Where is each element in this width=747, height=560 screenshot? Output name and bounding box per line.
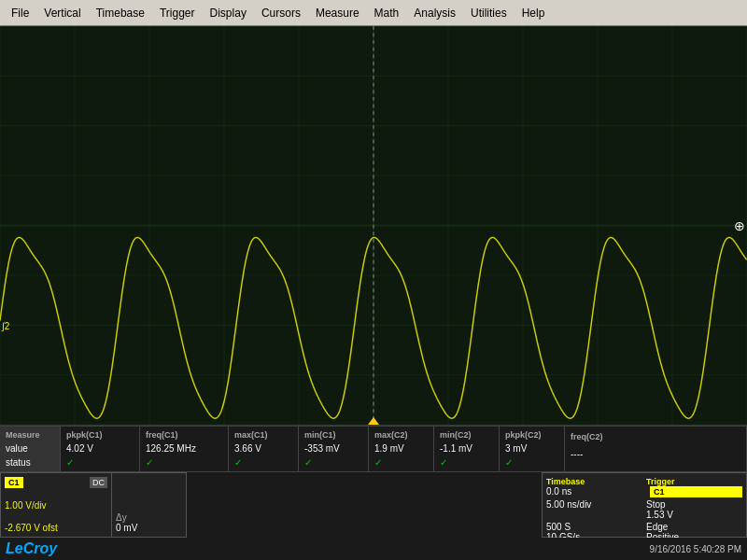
menu-help[interactable]: Help — [514, 5, 553, 21]
trigger-level: 1.53 V — [646, 510, 742, 520]
measure-p5[interactable]: max(C2) 1.9 mV ✓ — [369, 427, 434, 471]
p1-name: pkpk(C1) — [66, 430, 134, 440]
trigger-channel-badge: C1 — [650, 486, 742, 497]
p6-check: ✓ — [440, 457, 493, 468]
p2-value: 126.25 MHz — [146, 443, 222, 454]
p4-check: ✓ — [304, 457, 362, 468]
trigger-title: Trigger — [646, 477, 742, 486]
spacer — [187, 472, 542, 538]
p4-value: -353 mV — [304, 443, 362, 454]
p4-name: min(C1) — [304, 430, 362, 440]
p2-name: freq(C1) — [146, 430, 222, 440]
channel-info-panel[interactable]: C1 DC 1.00 V/div -2.670 V ofst — [0, 472, 112, 538]
p8-value: ---- — [571, 449, 740, 459]
measure-p2[interactable]: freq(C1) 126.25 MHz ✓ — [140, 427, 229, 471]
p7-name: pkpk(C2) — [505, 430, 558, 440]
delta-panel: Δy 0 mV — [112, 472, 187, 538]
p8-name: freq(C2) — [571, 432, 740, 441]
trigger-marker — [368, 417, 379, 425]
measure-title: Measure — [6, 430, 54, 440]
coupling-badge: DC — [90, 477, 107, 488]
vdiv-value: 1.00 V/div — [5, 500, 107, 511]
p3-name: max(C1) — [234, 430, 292, 440]
p1-value: 4.02 V — [66, 443, 134, 454]
trigger-type: Edge — [646, 522, 742, 532]
trigger-mode: Stop — [646, 499, 742, 510]
menu-timebase[interactable]: Timebase — [89, 5, 152, 21]
p2-check: ✓ — [146, 457, 222, 468]
scope-display: ⊕ ∫2 Measure value status pkpk(C1) 4.02 … — [0, 26, 747, 560]
timebase-value: 0.0 ns — [546, 486, 642, 497]
channel1-label: ∫2 — [2, 321, 9, 331]
p6-value: -1.1 mV — [440, 443, 493, 454]
delta-label: Δy — [116, 512, 182, 523]
timestamp: 9/16/2016 5:40:28 PM — [650, 544, 741, 554]
menu-measure[interactable]: Measure — [308, 5, 367, 21]
memory-value: 500 S — [546, 522, 642, 532]
measure-p8[interactable]: freq(C2) ---- — [565, 427, 747, 471]
menu-math[interactable]: Math — [367, 5, 407, 21]
measure-header: Measure value status — [0, 427, 61, 471]
voffset-value: -2.670 V ofst — [5, 523, 107, 533]
tpdiv-value: 5.00 ns/div — [546, 499, 642, 510]
p5-check: ✓ — [374, 457, 428, 468]
menu-bar: File Vertical Timebase Trigger Display C… — [0, 0, 747, 26]
waveform-display[interactable]: ⊕ ∫2 — [0, 26, 747, 426]
p5-value: 1.9 mV — [374, 443, 428, 454]
menu-utilities[interactable]: Utilities — [463, 5, 514, 21]
p7-value: 3 mV — [505, 443, 558, 454]
measure-value-label: value — [6, 443, 54, 454]
status-row: C1 DC 1.00 V/div -2.670 V ofst Δy 0 mV T… — [0, 472, 747, 538]
measure-p4[interactable]: min(C1) -353 mV ✓ — [299, 427, 369, 471]
measure-p7[interactable]: pkpk(C2) 3 mV ✓ — [500, 427, 565, 471]
p3-check: ✓ — [234, 457, 292, 468]
waveform-svg — [0, 26, 747, 425]
lecroy-brand: LeCroy — [6, 540, 57, 557]
timebase-trigger-panel[interactable]: Timebase 0.0 ns Trigger C1 5.00 ns/div S… — [542, 472, 747, 538]
right-edge-marker: ⊕ — [734, 218, 745, 233]
p3-value: 3.66 V — [234, 443, 292, 454]
p7-check: ✓ — [505, 457, 558, 468]
menu-cursors[interactable]: Cursors — [254, 5, 308, 21]
measure-p6[interactable]: min(C2) -1.1 mV ✓ — [434, 427, 500, 471]
measure-p1[interactable]: pkpk(C1) 4.02 V ✓ — [61, 427, 140, 471]
measure-bar: Measure value status pkpk(C1) 4.02 V ✓ f… — [0, 426, 747, 472]
p1-check: ✓ — [66, 457, 134, 468]
menu-display[interactable]: Display — [203, 5, 254, 21]
menu-file[interactable]: File — [4, 5, 36, 21]
menu-trigger[interactable]: Trigger — [152, 5, 203, 21]
measure-p3[interactable]: max(C1) 3.66 V ✓ — [229, 427, 299, 471]
p6-name: min(C2) — [440, 430, 493, 440]
bottom-status-bar: C1 DC 1.00 V/div -2.670 V ofst Δy 0 mV T… — [0, 472, 747, 560]
menu-analysis[interactable]: Analysis — [406, 5, 463, 21]
measure-status-label: status — [6, 457, 54, 468]
p5-name: max(C2) — [374, 430, 428, 440]
delta-value: 0 mV — [116, 523, 182, 533]
timebase-title: Timebase — [546, 477, 642, 486]
channel-badge: C1 — [5, 477, 23, 488]
menu-vertical[interactable]: Vertical — [36, 5, 88, 21]
